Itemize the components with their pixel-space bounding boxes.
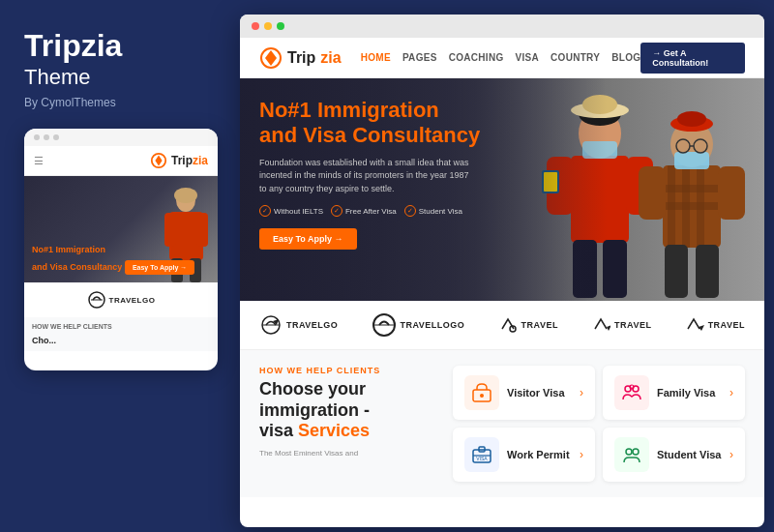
svg-point-49 bbox=[630, 385, 634, 389]
mobile-logo-icon bbox=[150, 152, 167, 169]
check-icon-2: ✓ bbox=[331, 205, 342, 217]
hero-badge-ielts: ✓ Without IELTS bbox=[259, 205, 323, 217]
hero-badge-student: ✓ Student Visa bbox=[404, 205, 462, 217]
work-permit-icon: VISA bbox=[464, 437, 499, 472]
hero-title-orange: No#1 Immigration bbox=[259, 98, 439, 122]
family-visa-info: Family Visa bbox=[657, 387, 722, 399]
family-visa-arrow: › bbox=[729, 386, 733, 399]
hero-description: Foundation was established with a small … bbox=[259, 157, 472, 196]
nav-logo-icon bbox=[259, 46, 283, 70]
student-visa-icon bbox=[614, 437, 649, 472]
nav-links: HOME PAGES COACHING VISA COUNTRY BLOG bbox=[361, 52, 641, 63]
sidebar-by: By CymolThemes bbox=[24, 96, 208, 109]
mobile-travelgo-logo: TRAVELGO bbox=[87, 290, 156, 310]
logo-travel-5: travel bbox=[685, 315, 745, 335]
nav-visa[interactable]: VISA bbox=[516, 52, 540, 63]
mobile-nav-logo: Tripzia bbox=[150, 152, 208, 169]
work-permit-info: Work Permit bbox=[507, 449, 572, 460]
services-title: Choose yourimmigration -visa Services bbox=[259, 379, 433, 442]
browser-dot-minimize bbox=[264, 22, 272, 30]
visitor-visa-name: Visitor Visa bbox=[507, 387, 572, 399]
student-visa-name: Student Visa bbox=[657, 449, 722, 460]
work-permit-arrow: › bbox=[580, 448, 583, 461]
sidebar-subtitle: Theme bbox=[24, 65, 208, 90]
travel-icon-5 bbox=[685, 315, 704, 335]
nav-logo: Tripzia bbox=[259, 46, 342, 70]
services-left: HOW WE HELP CLIENTS Choose yourimmigrati… bbox=[259, 366, 433, 482]
student-visa-arrow: › bbox=[729, 448, 733, 461]
nav-country[interactable]: COUNTRY bbox=[551, 52, 600, 63]
family-visa-icon bbox=[614, 375, 649, 410]
logos-strip: TRAVELGO Travellogo travel Trave bbox=[240, 301, 764, 350]
hero-title-white: and Visa Consultancy bbox=[259, 123, 480, 147]
family-visa-name: Family Visa bbox=[657, 387, 722, 399]
badge-ielts-text: Without IELTS bbox=[274, 207, 323, 216]
work-permit-name: Work Permit bbox=[507, 449, 572, 460]
mobile-logo-section: TRAVELGO bbox=[24, 282, 218, 317]
hero-section: No#1 Immigration and Visa Consultancy Fo… bbox=[240, 78, 764, 301]
mobile-top-bar bbox=[24, 129, 218, 146]
badge-visa-text: Free After Visa bbox=[345, 207, 397, 216]
hero-cta-button[interactable]: Easy To Apply → bbox=[259, 228, 357, 250]
travel-icon-3 bbox=[498, 315, 518, 335]
svg-rect-3 bbox=[164, 213, 176, 247]
mobile-nav: ☰ Tripzia bbox=[24, 146, 218, 176]
check-icon-1: ✓ bbox=[259, 205, 271, 217]
services-description: The Most Eminent Visas and bbox=[259, 448, 433, 459]
student-icon-svg bbox=[621, 444, 642, 465]
services-section: HOW WE HELP CLIENTS Choose yourimmigrati… bbox=[240, 350, 764, 497]
visitor-visa-icon bbox=[464, 375, 499, 410]
travelgo-icon-small bbox=[87, 290, 106, 310]
logo-travel-4: Travel bbox=[591, 315, 651, 335]
mobile-how-label: HOW WE HELP CLIENTS bbox=[24, 317, 218, 336]
travel-icon-4 bbox=[591, 315, 610, 335]
services-grid: Visitor Visa › Family Visa › bbox=[453, 366, 745, 482]
hero-badges: ✓ Without IELTS ✓ Free After Visa ✓ Stud… bbox=[259, 205, 480, 217]
work-icon-svg: VISA bbox=[471, 444, 492, 465]
logo-travel-3: travel bbox=[498, 315, 558, 335]
svg-point-55 bbox=[633, 449, 639, 455]
browser-dot-close bbox=[252, 22, 259, 30]
sidebar: Tripzia Theme By CymolThemes ☰ Tripzia N… bbox=[0, 0, 232, 532]
svg-rect-4 bbox=[196, 213, 208, 247]
mobile-hero-text: No#1 Immigrationand Visa Consultancy Eas… bbox=[32, 245, 194, 275]
mobile-mockup: ☰ Tripzia No#1 Immigrationand Visa Consu… bbox=[24, 129, 218, 370]
student-visa-info: Student Visa bbox=[657, 449, 722, 460]
mobile-logo-text: Tripzia bbox=[171, 154, 208, 167]
svg-point-7 bbox=[174, 188, 197, 203]
services-title-orange: Services bbox=[298, 421, 370, 440]
service-card-family[interactable]: Family Visa › bbox=[603, 366, 745, 420]
hamburger-icon: ☰ bbox=[34, 155, 44, 167]
mobile-choose-text: Cho... bbox=[24, 336, 218, 351]
sidebar-title: Tripzia bbox=[24, 29, 208, 63]
hero-content: No#1 Immigration and Visa Consultancy Fo… bbox=[259, 98, 480, 250]
mobile-dot-1 bbox=[34, 134, 40, 140]
hero-title: No#1 Immigration and Visa Consultancy bbox=[259, 98, 480, 149]
browser-dot-maximize bbox=[277, 22, 284, 30]
nav-cta-button[interactable]: → Get A Consultation! bbox=[640, 43, 745, 74]
logo-travelgo-1: TRAVELGO bbox=[259, 313, 338, 337]
visitor-visa-arrow: › bbox=[580, 386, 583, 399]
travelgo-icon-1 bbox=[259, 313, 283, 337]
service-card-student[interactable]: Student Visa › bbox=[603, 428, 745, 482]
svg-point-46 bbox=[480, 394, 484, 398]
mobile-hero-btn: Easy To Apply → bbox=[125, 260, 194, 275]
website-nav: Tripzia HOME PAGES COACHING VISA COUNTRY… bbox=[240, 38, 764, 78]
check-icon-3: ✓ bbox=[404, 205, 416, 217]
svg-text:VISA: VISA bbox=[476, 456, 488, 461]
nav-logo-trip: Trip bbox=[287, 49, 315, 67]
mobile-dot-3 bbox=[53, 134, 59, 140]
nav-home[interactable]: HOME bbox=[361, 52, 391, 63]
browser-mockup: Tripzia HOME PAGES COACHING VISA COUNTRY… bbox=[240, 15, 764, 527]
mobile-dot-2 bbox=[44, 134, 49, 140]
service-card-work[interactable]: VISA Work Permit › bbox=[453, 428, 595, 482]
service-card-visitor[interactable]: Visitor Visa › bbox=[453, 366, 595, 420]
badge-student-text: Student Visa bbox=[419, 207, 462, 216]
nav-pages[interactable]: PAGES bbox=[402, 52, 437, 63]
browser-top-bar bbox=[240, 15, 764, 38]
logo-travellogo: Travellogo bbox=[372, 312, 465, 338]
nav-logo-zia: zia bbox=[320, 49, 341, 67]
family-icon-svg bbox=[621, 382, 642, 403]
nav-blog[interactable]: BLOG bbox=[611, 52, 640, 63]
nav-coaching[interactable]: COACHING bbox=[449, 52, 504, 63]
